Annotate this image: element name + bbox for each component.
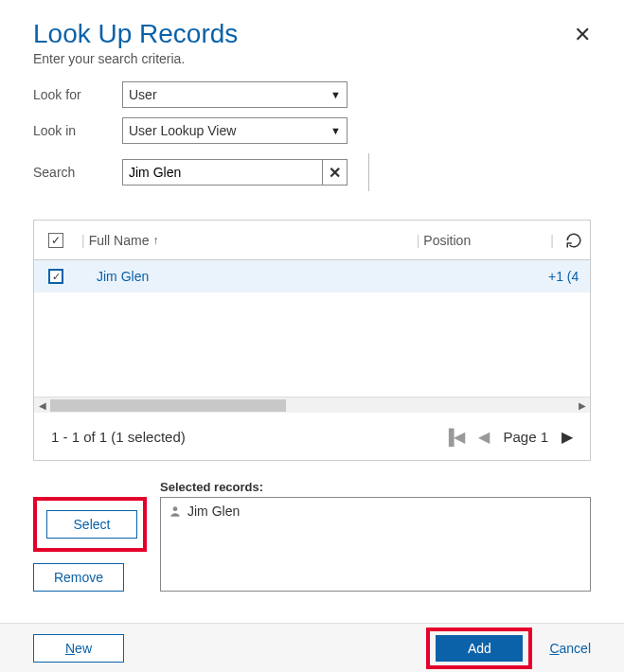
scroll-left-icon[interactable]: ◀: [34, 400, 50, 411]
svg-point-0: [173, 506, 178, 511]
add-button-highlight: Add: [426, 628, 532, 669]
row-checkbox[interactable]: [48, 269, 63, 284]
new-button[interactable]: New: [33, 634, 124, 663]
column-separator: |: [546, 233, 558, 248]
look-in-select[interactable]: User Lookup View ▼: [122, 117, 348, 144]
column-separator: |: [78, 233, 89, 248]
page-prev-icon[interactable]: ◀: [478, 428, 490, 446]
dialog-footer: New Add Cancel: [0, 623, 624, 672]
look-for-select[interactable]: User ▼: [122, 81, 348, 108]
cancel-button-rest: ancel: [560, 641, 591, 656]
page-first-icon[interactable]: ▐◀: [443, 428, 465, 446]
search-field-wrap: ✕: [122, 159, 348, 186]
column-full-name-label: Full Name: [89, 233, 150, 248]
divider: [368, 153, 369, 191]
select-button-highlight: Select: [33, 497, 147, 552]
search-input[interactable]: [123, 165, 322, 180]
row-full-name[interactable]: Jim Glen: [78, 269, 425, 284]
look-for-label: Look for: [33, 87, 109, 102]
grid-header: | Full Name ↑ | Position |: [34, 221, 590, 260]
chevron-down-icon: ▼: [330, 89, 341, 100]
selected-records-label: Selected records:: [160, 480, 591, 494]
column-position[interactable]: Position: [423, 233, 546, 248]
sort-ascending-icon: ↑: [152, 234, 158, 247]
horizontal-scrollbar[interactable]: ◀ ▶: [34, 397, 590, 413]
page-next-icon[interactable]: ▶: [562, 428, 573, 446]
table-row[interactable]: Jim Glen +1 (4: [34, 260, 590, 292]
remove-button[interactable]: Remove: [33, 563, 124, 592]
grid-empty-space: [34, 292, 590, 397]
select-all-checkbox[interactable]: [48, 233, 63, 248]
dialog-title: Look Up Records: [33, 19, 238, 49]
clear-search-icon[interactable]: ✕: [322, 160, 347, 185]
chevron-down-icon: ▼: [330, 125, 341, 136]
search-label: Search: [33, 165, 109, 180]
refresh-icon[interactable]: [558, 232, 590, 249]
close-icon[interactable]: ✕: [574, 19, 591, 45]
column-full-name[interactable]: Full Name ↑: [89, 233, 413, 248]
cancel-button[interactable]: Cancel: [549, 641, 591, 656]
dialog-subtitle: Enter your search criteria.: [33, 51, 238, 66]
pager: 1 - 1 of 1 (1 selected) ▐◀ ◀ Page 1 ▶: [34, 413, 590, 460]
page-label: Page 1: [503, 429, 548, 445]
column-separator: |: [413, 233, 424, 248]
select-button[interactable]: Select: [46, 510, 137, 539]
results-grid: | Full Name ↑ | Position | Jim Glen +1 (…: [33, 220, 591, 461]
scroll-track[interactable]: [50, 398, 574, 413]
look-in-label: Look in: [33, 123, 109, 138]
selected-item-name: Jim Glen: [187, 504, 240, 519]
selected-item[interactable]: Jim Glen: [169, 504, 582, 519]
scroll-right-icon[interactable]: ▶: [574, 400, 590, 411]
look-for-value: User: [129, 87, 157, 102]
person-icon: [169, 504, 182, 518]
look-in-value: User Lookup View: [129, 123, 236, 138]
selected-records-box[interactable]: Jim Glen: [160, 497, 591, 592]
pager-summary: 1 - 1 of 1 (1 selected): [51, 429, 186, 445]
add-button[interactable]: Add: [436, 635, 523, 662]
row-phone-partial: +1 (4: [548, 269, 590, 284]
new-button-rest: ew: [75, 641, 92, 656]
scroll-thumb[interactable]: [50, 399, 286, 412]
